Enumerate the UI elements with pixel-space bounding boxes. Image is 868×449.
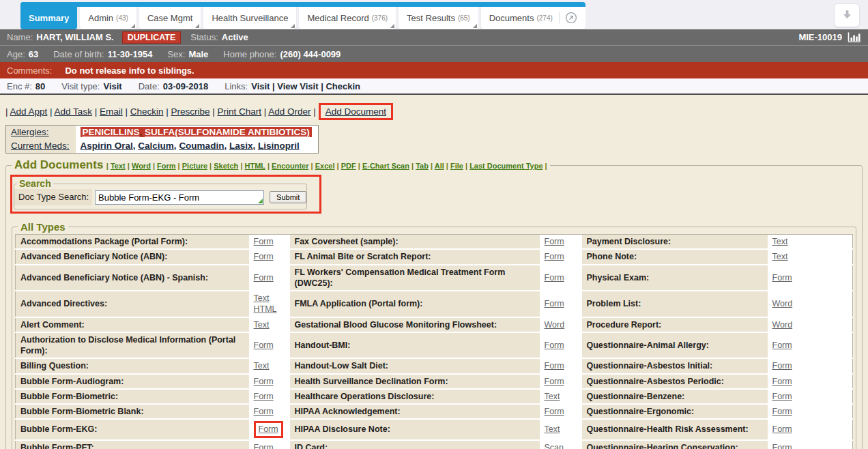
- med-link-aspirin-oral[interactable]: Aspirin Oral: [81, 141, 133, 151]
- doc-link-questionnaire-health-risk-assessment-form[interactable]: Form: [772, 424, 792, 434]
- type-link-tab[interactable]: Tab: [416, 162, 429, 170]
- doc-type-search-input[interactable]: [95, 190, 264, 205]
- current-meds-link[interactable]: Current Meds:: [11, 141, 70, 151]
- type-link-file[interactable]: File: [450, 162, 463, 170]
- med-link-lisinopril[interactable]: Lisinopril: [258, 141, 300, 151]
- allergies-link[interactable]: Allergies:: [11, 127, 49, 137]
- action-link-email[interactable]: Email: [100, 106, 123, 117]
- doc-link-advanced-beneficiary-notice-abn-form[interactable]: Form: [254, 252, 274, 261]
- enc-link-view-visit[interactable]: View Visit: [277, 81, 318, 91]
- type-link-all[interactable]: All: [435, 162, 444, 170]
- doc-link-fl-animal-bite-or-scratch-report-form[interactable]: Form: [545, 252, 564, 261]
- doc-link-hipaa-disclosure-note-text[interactable]: Text: [545, 424, 560, 434]
- doc-link-questionnaire-hearing-conservation-form[interactable]: Form: [772, 443, 792, 449]
- doc-link-fmla-application-portal-form-form[interactable]: Form: [545, 299, 564, 308]
- doc-type-link-cell: Text: [249, 358, 290, 373]
- type-link-form[interactable]: Form: [157, 162, 176, 170]
- action-link-print-chart[interactable]: Print Chart: [218, 106, 262, 117]
- tab-medical-record[interactable]: Medical Record(376): [299, 7, 396, 29]
- doc-link-questionnaire-animal-allergy-form[interactable]: Form: [772, 341, 792, 350]
- doc-type-label: Questionnaire-Asbestos Initial:: [582, 358, 768, 373]
- name-label: Name:: [7, 32, 33, 42]
- tab-case-mgmt[interactable]: Case Mgmt: [139, 7, 201, 29]
- type-link-e-chart-scan[interactable]: E-Chart Scan: [362, 162, 409, 170]
- doc-link-bubble-form-pft-form[interactable]: Form: [254, 443, 274, 449]
- doc-link-bubble-form-biometric-form[interactable]: Form: [254, 392, 274, 401]
- doc-link-accommodations-package-portal-form-form[interactable]: Form: [254, 237, 274, 246]
- action-link-add-appt[interactable]: Add Appt: [10, 106, 48, 117]
- doc-link-handout-low-salt-diet-form[interactable]: Form: [545, 361, 564, 371]
- doc-link-id-card-scan[interactable]: Scan: [545, 443, 564, 449]
- doc-link-phone-note-text[interactable]: Text: [772, 252, 788, 261]
- bar-chart-icon[interactable]: [848, 32, 861, 42]
- type-link-text[interactable]: Text: [111, 162, 126, 170]
- doc-link-handout-bmi-form[interactable]: Form: [545, 341, 564, 350]
- med-link-calcium[interactable]: Calcium: [138, 141, 174, 151]
- tab-label: Admin: [88, 13, 113, 23]
- doc-link-advanced-directives-text[interactable]: Text: [254, 293, 270, 303]
- doc-link-procedure-report-word[interactable]: Word: [772, 320, 793, 330]
- download-button[interactable]: [834, 3, 860, 27]
- med-link-lasix[interactable]: Lasix: [229, 141, 253, 151]
- doc-link-questionnaire-asbestos-initial-form[interactable]: Form: [772, 361, 792, 371]
- doc-link-healthcare-operations-disclosure-text[interactable]: Text: [545, 392, 560, 401]
- doc-type-label: Questionnaire-Asbestos Periodic:: [582, 374, 768, 389]
- all-types-legend: All Types: [18, 221, 68, 233]
- enc-links: Visit | View Visit | Checkin: [251, 81, 360, 91]
- doc-link-gestational-blood-glucose-monitoring-flowsheet-word[interactable]: Word: [545, 320, 565, 330]
- doc-link-physical-exam-form[interactable]: Form: [772, 273, 792, 283]
- action-link-checkin[interactable]: Checkin: [130, 106, 164, 117]
- document-types-table: Accommodations Package (Portal Form):For…: [15, 234, 853, 449]
- type-link-sketch[interactable]: Sketch: [214, 162, 238, 170]
- type-link-pdf[interactable]: PDF: [341, 162, 356, 170]
- doc-type-label: Questionnaire-Ergonomic:: [582, 404, 768, 419]
- tab-documents[interactable]: Documents(274): [481, 7, 585, 29]
- type-link-last-document-type[interactable]: Last Document Type: [469, 162, 542, 170]
- doc-link-alert-comment-text[interactable]: Text: [254, 320, 270, 330]
- action-link-add-document[interactable]: Add Document: [326, 106, 386, 117]
- doc-type-label: Health Surveillance Declination Form:: [290, 374, 540, 389]
- submit-button[interactable]: Submit: [270, 191, 306, 203]
- tab-admin[interactable]: Admin(43): [80, 7, 136, 29]
- search-legend: Search: [17, 178, 53, 189]
- doc-link-bubble-form-biometric-blank-form[interactable]: Form: [254, 407, 274, 416]
- doc-link-health-surveillance-declination-form-form[interactable]: Form: [545, 377, 564, 386]
- type-link-excel[interactable]: Excel: [315, 162, 335, 170]
- action-link-prescribe[interactable]: Prescribe: [171, 106, 209, 117]
- action-link-add-order[interactable]: Add Order: [268, 106, 310, 117]
- doc-link-fax-coversheet-sample-form[interactable]: Form: [545, 237, 564, 246]
- doc-link-bubble-form-ekg-form[interactable]: Form: [259, 424, 278, 434]
- doc-link-problem-list-word[interactable]: Word: [772, 299, 793, 308]
- type-link-encounter[interactable]: Encounter: [272, 162, 308, 170]
- allergy-link-penicillins[interactable]: PENICILLINS: [83, 127, 140, 137]
- dropdown-notch-icon: [195, 24, 199, 28]
- doc-link-authorization-to-disclose-medical-information-portal-form-form[interactable]: Form: [254, 341, 274, 350]
- doc-link-fl-workers-compensation-medical-treatment-form-dwc25-form[interactable]: Form: [545, 273, 564, 283]
- popout-icon[interactable]: [559, 12, 577, 24]
- enc-link-visit[interactable]: Visit: [251, 81, 270, 91]
- doc-link-advanced-beneficiary-notice-abn-spanish-form[interactable]: Form: [254, 273, 274, 283]
- med-link-coumadin[interactable]: Coumadin: [179, 141, 224, 151]
- type-link-word[interactable]: Word: [132, 162, 151, 170]
- doc-link-payment-disclosure-text[interactable]: Text: [772, 237, 788, 246]
- patient-name-bar: Name: HART, WILLIAM S. DUPLICATE Status:…: [0, 29, 868, 45]
- doc-link-questionnaire-ergonomic-form[interactable]: Form: [772, 407, 792, 416]
- doc-type-label: Problem List:: [582, 291, 768, 317]
- doc-link-hipaa-acknowledgement-form[interactable]: Form: [545, 407, 564, 416]
- action-link-add-task[interactable]: Add Task: [55, 106, 92, 117]
- doc-type-link-cell: Form: [768, 404, 853, 419]
- tab-test-results[interactable]: Test Results(65): [399, 7, 478, 29]
- allergy-link-sulfa-sulfonamide-antibiotics[interactable]: SULFA(SULFONAMIDE ANTIBIOTICS): [145, 127, 310, 137]
- tab-health-surveillance[interactable]: Health Surveillance: [203, 7, 296, 29]
- doc-type-label: Handout-Low Salt Diet:: [290, 358, 540, 373]
- doc-link-advanced-directives-html[interactable]: HTML: [254, 304, 277, 314]
- doc-link-billing-question-text[interactable]: Text: [254, 361, 270, 371]
- doc-link-questionnaire-benzene-form[interactable]: Form: [772, 392, 792, 401]
- type-link-html[interactable]: HTML: [245, 162, 265, 170]
- tab-summary[interactable]: Summary: [20, 2, 77, 29]
- doc-link-bubble-form-audiogram-form[interactable]: Form: [254, 377, 274, 386]
- type-link-picture[interactable]: Picture: [182, 162, 207, 170]
- doc-type-label: Handout-BMI:: [290, 332, 540, 359]
- enc-link-checkin[interactable]: Checkin: [326, 81, 360, 91]
- doc-link-questionnaire-asbestos-periodic-form[interactable]: Form: [772, 377, 792, 386]
